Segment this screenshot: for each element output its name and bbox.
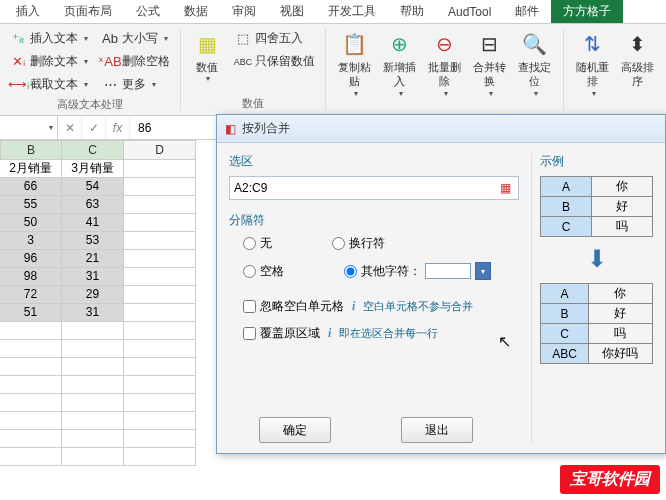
radio-other[interactable]: 其他字符： ▾ <box>344 262 491 280</box>
col-header-D[interactable]: D <box>124 140 196 160</box>
cell-empty[interactable] <box>0 322 62 340</box>
cell-empty[interactable] <box>62 376 124 394</box>
cell-empty[interactable] <box>0 394 62 412</box>
cell-empty[interactable] <box>124 394 196 412</box>
tab-developer[interactable]: 开发工具 <box>316 0 388 23</box>
more-button[interactable]: ⋯更多▾ <box>98 74 174 95</box>
tab-fangfang[interactable]: 方方格子 <box>551 0 623 23</box>
case-button[interactable]: Ab大小写▾ <box>98 28 174 49</box>
cell-empty[interactable] <box>124 178 196 196</box>
cell-empty[interactable] <box>0 358 62 376</box>
cell[interactable]: 50 <box>0 214 62 232</box>
cell-empty[interactable] <box>124 160 196 178</box>
cell[interactable]: 31 <box>62 304 124 322</box>
range-input[interactable]: ▦ <box>229 176 519 200</box>
cell[interactable]: 53 <box>62 232 124 250</box>
cell-empty[interactable] <box>62 430 124 448</box>
cell[interactable]: 66 <box>0 178 62 196</box>
cancel-button[interactable]: 退出 <box>401 417 473 443</box>
cell-empty[interactable] <box>124 250 196 268</box>
cell-empty[interactable] <box>124 196 196 214</box>
col-header-B[interactable]: B <box>0 140 62 160</box>
cell-empty[interactable] <box>0 340 62 358</box>
cell-empty[interactable] <box>62 394 124 412</box>
tab-help[interactable]: 帮助 <box>388 0 436 23</box>
fx-button[interactable]: fx <box>106 116 130 139</box>
cell-empty[interactable] <box>62 322 124 340</box>
cell[interactable]: 3 <box>0 232 62 250</box>
keep-num-button[interactable]: ABC只保留数值 <box>231 51 319 72</box>
cell-empty[interactable] <box>124 448 196 466</box>
cell-header-B[interactable]: 2月销量 <box>0 160 62 178</box>
cell-empty[interactable] <box>124 322 196 340</box>
cell-empty[interactable] <box>0 448 62 466</box>
radio-newline[interactable]: 换行符 <box>332 235 385 252</box>
cell-header-C[interactable]: 3月销量 <box>62 160 124 178</box>
cell-empty[interactable] <box>124 340 196 358</box>
other-dropdown-button[interactable]: ▾ <box>475 262 491 280</box>
cell[interactable]: 72 <box>0 286 62 304</box>
cell[interactable]: 29 <box>62 286 124 304</box>
number-button[interactable]: ▦ 数值 ▾ <box>187 28 227 87</box>
radio-space[interactable]: 空格 <box>243 263 284 280</box>
batch-del-button[interactable]: ⊖批量删除▾ <box>422 28 467 101</box>
range-picker-icon[interactable]: ▦ <box>496 180 514 196</box>
cell[interactable]: 96 <box>0 250 62 268</box>
cell-empty[interactable] <box>124 358 196 376</box>
adv-sort-button[interactable]: ⬍高级排序 <box>615 28 660 91</box>
cell[interactable]: 98 <box>0 268 62 286</box>
tab-insert[interactable]: 插入 <box>4 0 52 23</box>
cell-empty[interactable] <box>0 376 62 394</box>
cell[interactable]: 41 <box>62 214 124 232</box>
cell[interactable]: 51 <box>0 304 62 322</box>
insert-text-button[interactable]: ⁺ᵢₜ插入文本▾ <box>6 28 92 49</box>
cell-empty[interactable] <box>124 214 196 232</box>
trim-text-button[interactable]: ⟷ᵢ截取文本▾ <box>6 74 92 95</box>
dialog-titlebar[interactable]: ◧ 按列合并 <box>217 115 665 143</box>
delete-space-button[interactable]: ˣAB删除空格 <box>98 51 174 72</box>
cell[interactable]: 54 <box>62 178 124 196</box>
cell-empty[interactable] <box>62 358 124 376</box>
cell-empty[interactable] <box>124 232 196 250</box>
cell-empty[interactable] <box>124 268 196 286</box>
cell-empty[interactable] <box>124 304 196 322</box>
formula-value[interactable]: 86 <box>130 121 159 135</box>
check-ignore-blank[interactable]: 忽略空白单元格 <box>243 298 344 315</box>
ok-button[interactable]: 确定 <box>259 417 331 443</box>
copy-paste-button[interactable]: 📋复制粘贴▾ <box>332 28 377 101</box>
name-box[interactable]: ▾ <box>0 116 58 139</box>
round-button[interactable]: ⬚四舍五入 <box>231 28 319 49</box>
cell-empty[interactable] <box>0 412 62 430</box>
cell-empty[interactable] <box>62 340 124 358</box>
tab-view[interactable]: 视图 <box>268 0 316 23</box>
new-insert-button[interactable]: ⊕新增插入▾ <box>377 28 422 101</box>
cell-empty[interactable] <box>62 412 124 430</box>
cell-empty[interactable] <box>124 412 196 430</box>
range-field[interactable] <box>234 181 496 195</box>
cell[interactable]: 55 <box>0 196 62 214</box>
cell[interactable]: 31 <box>62 268 124 286</box>
cell-empty[interactable] <box>62 448 124 466</box>
cell-empty[interactable] <box>124 286 196 304</box>
merge-conv-button[interactable]: ⊟合并转换▾ <box>467 28 512 101</box>
radio-none[interactable]: 无 <box>243 235 272 252</box>
check-overwrite[interactable]: 覆盖原区域 <box>243 325 320 342</box>
cell-empty[interactable] <box>124 430 196 448</box>
delete-text-button[interactable]: ✕ᵢ删除文本▾ <box>6 51 92 72</box>
tab-review[interactable]: 审阅 <box>220 0 268 23</box>
tab-audtool[interactable]: AudTool <box>436 2 503 22</box>
tab-mail[interactable]: 邮件 <box>503 0 551 23</box>
find-loc-button[interactable]: 🔍查找定位▾ <box>512 28 557 101</box>
cell[interactable]: 21 <box>62 250 124 268</box>
accept-formula-button[interactable]: ✓ <box>82 116 106 139</box>
cancel-formula-button[interactable]: ✕ <box>58 116 82 139</box>
cell-empty[interactable] <box>124 376 196 394</box>
tab-formulas[interactable]: 公式 <box>124 0 172 23</box>
tab-page-layout[interactable]: 页面布局 <box>52 0 124 23</box>
tab-data[interactable]: 数据 <box>172 0 220 23</box>
cell-empty[interactable] <box>0 430 62 448</box>
col-header-C[interactable]: C <box>62 140 124 160</box>
random-button[interactable]: ⇅随机重排▾ <box>570 28 615 101</box>
other-char-input[interactable] <box>425 263 471 279</box>
cell[interactable]: 63 <box>62 196 124 214</box>
